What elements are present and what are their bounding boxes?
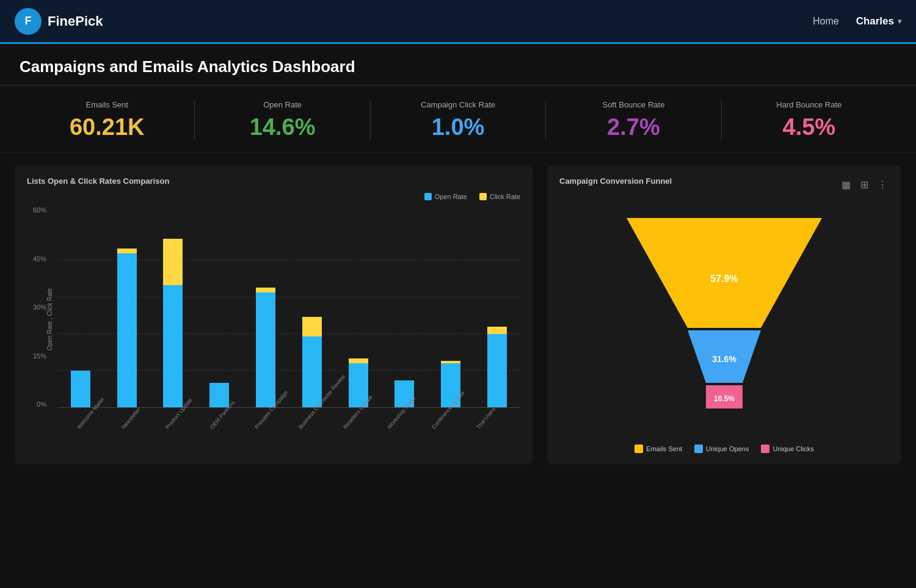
brand-logo: F — [15, 8, 42, 35]
legend-item: Open Rate — [424, 193, 467, 200]
bar-yellow — [302, 317, 322, 336]
funnel-legend-label: Emails Sent — [646, 445, 682, 452]
funnel-container: 57.9% 31.6% 10.5% Emails SentUnique Open… — [559, 203, 889, 453]
funnel-legend-label: Unique Clicks — [772, 445, 813, 452]
bar-group — [256, 288, 275, 407]
bar-blue — [117, 253, 137, 407]
page-title: Campaigns and Emails Analytics Dashboard — [20, 57, 896, 76]
page-header: Campaigns and Emails Analytics Dashboard — [0, 44, 916, 85]
stat-value: 14.6% — [205, 114, 360, 140]
bar-yellow — [487, 327, 507, 334]
bar-chart-icon[interactable]: ▦ — [839, 178, 852, 192]
stat-item: Hard Bounce Rate 4.5% — [722, 100, 896, 140]
funnel-panel: Campaign Conversion Funnel ▦ ⊞ ⋮ 57.9% 3… — [547, 165, 901, 464]
y-tick: 30% — [33, 303, 46, 311]
bar-yellow — [163, 239, 183, 285]
bar-group — [71, 371, 90, 407]
stat-item: Soft Bounce Rate 2.7% — [546, 100, 721, 140]
stat-label: Campaign Click Rate — [380, 100, 536, 109]
bar-stack — [256, 288, 275, 407]
stat-label: Soft Bounce Rate — [556, 100, 711, 109]
bar-blue — [209, 383, 229, 407]
stat-item: Campaign Click Rate 1.0% — [371, 100, 546, 140]
y-tick: 45% — [33, 255, 46, 263]
bar-stack — [71, 371, 90, 407]
chart-container: 60%45%30%15%0% Open Rate , Click Rate — [27, 206, 520, 432]
funnel-legend-item: Emails Sent — [634, 445, 682, 453]
funnel-legend-item: Unique Clicks — [761, 445, 813, 453]
stat-value: 4.5% — [732, 114, 887, 140]
funnel-legend: Emails SentUnique OpensUnique Clicks — [634, 445, 813, 453]
stat-label: Emails Sent — [29, 100, 184, 109]
bar-stack — [209, 383, 229, 407]
funnel-legend-label: Unique Opens — [706, 445, 749, 452]
funnel-label-top: 57.9% — [710, 274, 738, 284]
legend-label: Click Rate — [490, 193, 520, 200]
bar-blue — [71, 371, 90, 407]
y-tick: 15% — [33, 352, 46, 360]
stat-label: Open Rate — [205, 100, 360, 109]
stat-label: Hard Bounce Rate — [732, 100, 887, 109]
logo-letter: F — [25, 15, 32, 27]
legend-dot — [479, 193, 487, 200]
stat-item: Emails Sent 60.21K — [20, 100, 195, 140]
funnel-title: Campaign Conversion Funnel — [559, 176, 672, 186]
bar-group — [209, 383, 229, 407]
bar-yellow — [256, 288, 275, 292]
legend-label: Open Rate — [435, 193, 467, 200]
bar-stack — [117, 249, 137, 407]
funnel-legend-item: Unique Opens — [694, 445, 749, 453]
brand-name: FinePick — [48, 13, 103, 29]
navbar-right: Home Charles ▾ — [813, 15, 901, 27]
funnel-header: Campaign Conversion Funnel ▦ ⊞ ⋮ — [559, 176, 889, 193]
stat-value: 2.7% — [556, 114, 711, 140]
funnel-segment-top — [627, 218, 822, 328]
bars-area — [57, 206, 520, 408]
funnel-legend-dot — [761, 445, 769, 453]
main-content: Lists Open & Click Rates Comparison Open… — [0, 153, 916, 476]
bar-group — [163, 239, 183, 407]
bar-group — [302, 317, 322, 407]
navbar: F FinePick Home Charles ▾ — [0, 0, 916, 44]
bar-chart-legend: Open RateClick Rate — [27, 193, 520, 200]
y-axis-label: Open Rate , Click Rate — [46, 288, 53, 350]
chart-main: Welcome MailerNewsletterProduct UpdateOE… — [57, 206, 520, 432]
y-tick: 60% — [33, 206, 46, 214]
bar-yellow — [117, 249, 137, 253]
bar-blue — [302, 336, 322, 407]
bar-blue — [256, 292, 275, 407]
bar-yellow — [349, 358, 368, 363]
bar-blue — [487, 334, 507, 407]
nav-home[interactable]: Home — [813, 16, 839, 27]
bar-group — [117, 249, 137, 407]
icon-bar: ▦ ⊞ ⋮ — [839, 178, 889, 192]
legend-item: Click Rate — [479, 193, 520, 200]
stat-item: Open Rate 14.6% — [195, 100, 370, 140]
x-labels: Welcome MailerNewsletterProduct UpdateOE… — [57, 426, 520, 432]
bar-stack — [163, 239, 183, 407]
bar-stack — [302, 317, 322, 407]
stats-row: Emails Sent 60.21K Open Rate 14.6% Campa… — [0, 85, 916, 153]
more-options-icon[interactable]: ⋮ — [876, 178, 889, 192]
brand: F FinePick — [15, 8, 103, 35]
bar-chart-panel: Lists Open & Click Rates Comparison Open… — [15, 165, 533, 464]
funnel-legend-dot — [634, 445, 643, 453]
bar-chart-title: Lists Open & Click Rates Comparison — [27, 176, 520, 186]
nav-user[interactable]: Charles ▾ — [856, 15, 901, 27]
bar-blue — [163, 285, 183, 407]
table-icon[interactable]: ⊞ — [857, 178, 871, 192]
funnel-label-bot: 10.5% — [714, 394, 735, 403]
legend-dot — [424, 193, 432, 200]
funnel-legend-dot — [694, 445, 703, 453]
user-name: Charles — [856, 15, 894, 27]
bar-group — [487, 327, 507, 407]
funnel-svg: 57.9% 31.6% 10.5% — [608, 203, 840, 435]
chevron-down-icon: ▾ — [898, 17, 901, 26]
bar-stack — [487, 327, 507, 407]
y-tick: 0% — [37, 401, 46, 408]
funnel-label-mid: 31.6% — [712, 354, 736, 364]
stat-value: 60.21K — [29, 114, 184, 140]
stat-value: 1.0% — [380, 114, 536, 140]
